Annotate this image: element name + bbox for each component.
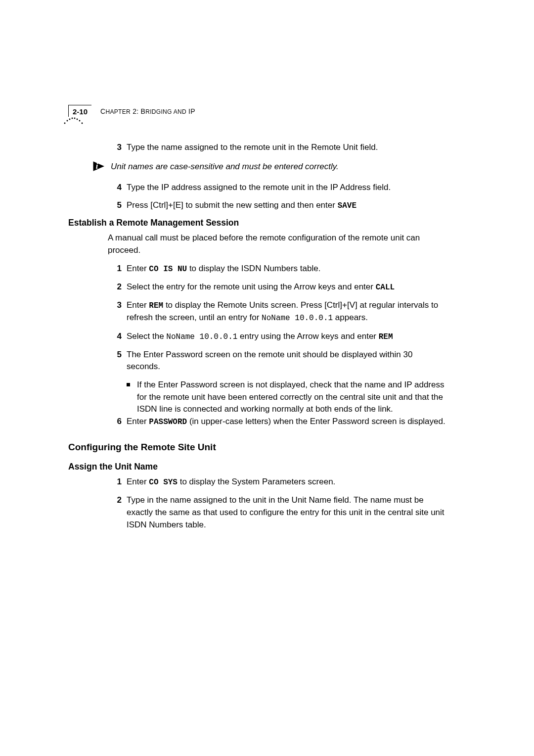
numbered-step: 1Enter CO SYS to display the System Para… [108,476,446,488]
numbered-step: 1Enter CO IS NU to display the ISDN Numb… [108,263,446,275]
step-text: Enter CO SYS to display the System Param… [127,476,446,488]
step-number: 5 [108,349,122,373]
info-icon: i [91,160,106,175]
step-text: Enter REM to display the Remote Units sc… [127,299,446,324]
page-content: 3Type the name assigned to the remote un… [108,142,446,531]
step-text: Enter PASSWORD (in upper-case letters) w… [127,416,446,428]
decorative-dots-icon [63,115,86,125]
step-text: Type the IP address assigned to the remo… [127,182,446,194]
step-number: 5 [108,199,122,212]
step-number: 6 [108,416,122,428]
svg-marker-8 [93,161,105,171]
numbered-step: 2Select the entry for the remote unit us… [108,281,446,293]
svg-point-3 [72,118,73,119]
step-text: Type the name assigned to the remote uni… [127,142,446,154]
step-number: 1 [108,263,122,275]
svg-point-5 [77,119,78,120]
note-text: Unit names are case-sensitive and must b… [111,160,446,173]
step-number: 4 [108,182,122,194]
step-text: Press [Ctrl]+[E] to submit the new setti… [127,199,446,212]
major-heading: Configuring the Remote Site Unit [68,442,446,453]
section-heading: Assign the Unit Name [68,462,446,472]
numbered-step: 5The Enter Password screen on the remote… [108,349,446,373]
bullet-square-icon [127,383,130,386]
section-heading: Establish a Remote Management Session [68,218,446,228]
chapter-title: CHAPTER 2: BRIDGING AND IP [100,105,195,115]
step-text: Select the NoName 10.0.0.1 entry using t… [127,331,446,343]
numbered-step: 6Enter PASSWORD (in upper-case letters) … [108,416,446,428]
step-text: Type in the name assigned to the unit in… [127,494,446,531]
bullet-text: If the Enter Password screen is not disp… [137,379,446,416]
step-number: 2 [108,281,122,293]
svg-point-7 [82,123,83,124]
svg-point-4 [74,118,76,119]
numbered-step: 3Type the name assigned to the remote un… [108,142,446,154]
svg-point-6 [79,120,81,122]
svg-point-2 [69,119,71,120]
step-number: 3 [108,142,122,154]
numbered-step: 4Type the IP address assigned to the rem… [108,182,446,194]
step-number: 2 [108,494,122,531]
sub-bullet: If the Enter Password screen is not disp… [127,379,446,416]
step-number: 3 [108,299,122,324]
info-note: iUnit names are case-sensitive and must … [108,160,446,175]
svg-point-1 [67,120,68,122]
numbered-step: 4Select the NoName 10.0.0.1 entry using … [108,331,446,343]
paragraph: A manual call must be placed before the … [108,232,446,256]
svg-point-0 [64,123,66,124]
svg-text:i: i [96,161,98,171]
step-number: 4 [108,331,122,343]
numbered-step: 5Press [Ctrl]+[E] to submit the new sett… [108,199,446,212]
step-number: 1 [108,476,122,488]
step-text: Enter CO IS NU to display the ISDN Numbe… [127,263,446,275]
numbered-step: 3Enter REM to display the Remote Units s… [108,299,446,324]
page-header: 2-10 CHAPTER 2: BRIDGING AND IP [68,105,446,117]
step-text: Select the entry for the remote unit usi… [127,281,446,293]
numbered-step: 2Type in the name assigned to the unit i… [108,494,446,531]
step-text: The Enter Password screen on the remote … [127,349,446,373]
